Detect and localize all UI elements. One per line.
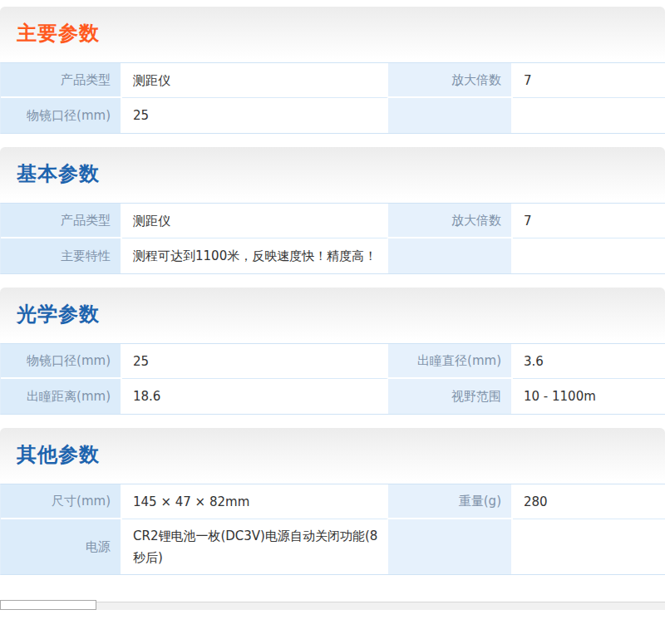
param-label xyxy=(388,98,513,133)
param-label: 出瞳距离(mm) xyxy=(1,379,122,414)
param-value: 测距仪 xyxy=(122,63,388,98)
param-value xyxy=(513,519,665,574)
partial-tab[interactable] xyxy=(0,600,96,610)
param-value: 测程可达到1100米，反映速度快！精度高！ xyxy=(122,238,388,273)
param-value: 测距仪 xyxy=(122,204,388,238)
section-title: 基本参数 xyxy=(17,160,100,187)
spec-table: 产品类型 测距仪 放大倍数 7 主要特性 测程可达到1100米，反映速度快！精度… xyxy=(0,203,665,274)
section-other-parameters: 其他参数 尺寸(mm) 145 × 47 × 82mm 重量(g) 280 电源… xyxy=(0,428,665,575)
tab-strip-background xyxy=(96,602,665,610)
section-optical-parameters: 光学参数 物镜口径(mm) 25 出瞳直径(mm) 3.6 出瞳距离(mm) 1… xyxy=(0,288,665,415)
param-value: 25 xyxy=(122,98,388,133)
param-value xyxy=(513,238,665,273)
table-row: 出瞳距离(mm) 18.6 视野范围 10 - 1100m xyxy=(1,379,665,414)
spec-table: 物镜口径(mm) 25 出瞳直径(mm) 3.6 出瞳距离(mm) 18.6 视… xyxy=(0,343,665,415)
param-label: 视野范围 xyxy=(388,379,513,414)
product-spec-page: 主要参数 产品类型 测距仪 放大倍数 7 物镜口径(mm) 25 基本参数 产品… xyxy=(0,0,665,610)
param-value: 7 xyxy=(513,204,665,238)
param-value xyxy=(513,98,665,133)
section-header: 主要参数 xyxy=(0,7,665,60)
param-label: 出瞳直径(mm) xyxy=(388,344,513,379)
table-row: 产品类型 测距仪 放大倍数 7 xyxy=(1,204,665,238)
param-label: 主要特性 xyxy=(1,238,122,273)
section-header: 基本参数 xyxy=(0,147,665,200)
spec-table: 产品类型 测距仪 放大倍数 7 物镜口径(mm) 25 xyxy=(0,62,665,134)
param-value: 3.6 xyxy=(513,344,665,379)
param-value: CR2锂电池一枚(DC3V)电源自动关闭功能(8秒后) xyxy=(122,519,388,574)
table-row: 物镜口径(mm) 25 出瞳直径(mm) 3.6 xyxy=(1,344,665,379)
table-row: 主要特性 测程可达到1100米，反映速度快！精度高！ xyxy=(1,238,665,273)
param-label: 尺寸(mm) xyxy=(1,484,122,519)
param-value: 10 - 1100m xyxy=(513,379,665,414)
param-label: 重量(g) xyxy=(388,484,513,519)
table-row: 物镜口径(mm) 25 xyxy=(1,98,665,133)
table-row: 产品类型 测距仪 放大倍数 7 xyxy=(1,63,665,98)
section-title: 光学参数 xyxy=(17,301,100,327)
param-label: 产品类型 xyxy=(1,204,122,238)
spec-table: 尺寸(mm) 145 × 47 × 82mm 重量(g) 280 电源 CR2锂… xyxy=(0,484,665,575)
param-label: 放大倍数 xyxy=(388,63,513,98)
param-label: 产品类型 xyxy=(1,63,122,98)
param-value: 280 xyxy=(513,484,665,519)
partial-tab-strip xyxy=(0,600,665,610)
table-row: 电源 CR2锂电池一枚(DC3V)电源自动关闭功能(8秒后) xyxy=(1,519,665,574)
section-header: 光学参数 xyxy=(0,288,665,341)
param-value: 7 xyxy=(513,63,665,98)
section-title: 主要参数 xyxy=(17,20,100,47)
table-row: 尺寸(mm) 145 × 47 × 82mm 重量(g) 280 xyxy=(1,484,665,519)
param-label: 电源 xyxy=(1,519,122,574)
param-label xyxy=(388,519,513,574)
param-value: 25 xyxy=(122,344,388,379)
section-header: 其他参数 xyxy=(0,428,665,481)
section-basic-parameters: 基本参数 产品类型 测距仪 放大倍数 7 主要特性 测程可达到1100米，反映速… xyxy=(0,147,665,274)
param-label: 放大倍数 xyxy=(388,204,513,238)
param-label: 物镜口径(mm) xyxy=(1,98,122,133)
param-value: 145 × 47 × 82mm xyxy=(122,484,388,519)
section-main-parameters: 主要参数 产品类型 测距仪 放大倍数 7 物镜口径(mm) 25 xyxy=(0,7,665,134)
param-label: 物镜口径(mm) xyxy=(1,344,122,379)
param-value: 18.6 xyxy=(122,379,388,414)
param-label xyxy=(388,238,513,273)
section-title: 其他参数 xyxy=(17,441,100,468)
